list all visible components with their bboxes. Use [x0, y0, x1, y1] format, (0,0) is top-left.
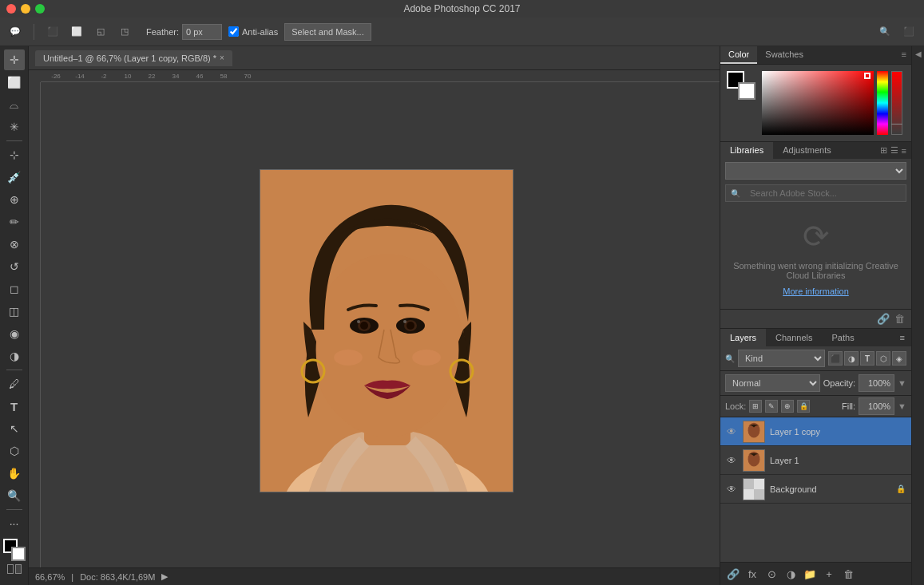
tab-channels[interactable]: Channels: [766, 329, 822, 346]
tab-libraries[interactable]: Libraries: [720, 142, 773, 159]
layer-visibility-toggle[interactable]: 👁: [725, 454, 738, 467]
path-select-tool[interactable]: ↖: [4, 418, 25, 439]
background-color-swatch[interactable]: [738, 82, 755, 100]
color-panel-menu[interactable]: ≡: [897, 46, 911, 64]
tab-adjustments[interactable]: Adjustments: [773, 142, 841, 159]
collapse-arrow[interactable]: ◀: [914, 49, 922, 58]
lock-artboard-icon[interactable]: ⊕: [781, 400, 794, 413]
minimize-button[interactable]: [21, 4, 30, 14]
lock-pixels-icon[interactable]: ⊞: [749, 400, 762, 413]
fg-bg-colors: [727, 71, 755, 100]
fill-input[interactable]: [859, 397, 894, 415]
layer-item[interactable]: 👁 Layer 1 copy: [720, 417, 911, 446]
gradient-tool[interactable]: ◫: [4, 301, 25, 322]
opacity-input[interactable]: [859, 374, 894, 392]
anti-alias-checkbox[interactable]: [228, 26, 239, 37]
tab-color[interactable]: Color: [720, 46, 757, 64]
hand-tool[interactable]: ✋: [4, 463, 25, 484]
tab-close-button[interactable]: ×: [220, 53, 224, 62]
layers-panel-menu-icon[interactable]: ≡: [894, 333, 911, 342]
tool-icon-3[interactable]: ◱: [92, 23, 109, 41]
adjustment-filter-icon[interactable]: ◑: [844, 351, 859, 366]
eraser-tool[interactable]: ◻: [4, 279, 25, 299]
opacity-arrow[interactable]: ▼: [898, 378, 906, 388]
tool-icon-2[interactable]: ⬜: [68, 23, 85, 41]
tab-bar: Untitled–1 @ 66,7% (Layer 1 copy, RGB/8)…: [29, 46, 720, 70]
type-tool[interactable]: T: [4, 396, 25, 417]
history-brush[interactable]: ↺: [4, 256, 25, 277]
select-mask-button[interactable]: Select and Mask...: [284, 23, 371, 41]
layers-list: 👁 Layer 1 copy 👁: [720, 417, 911, 562]
lib-delete-icon[interactable]: 🗑: [894, 313, 905, 325]
smart-filter-icon[interactable]: ◈: [892, 351, 906, 366]
layer-visibility-toggle[interactable]: 👁: [725, 425, 738, 438]
message-icon[interactable]: 💬: [6, 23, 24, 41]
move-tool[interactable]: ✛: [4, 49, 25, 70]
lib-search-input[interactable]: [744, 184, 901, 202]
more-tools[interactable]: ···: [4, 513, 25, 534]
lib-dropdown-select[interactable]: [725, 162, 906, 180]
new-group-button[interactable]: 📁: [802, 566, 818, 582]
hue-slider[interactable]: [877, 71, 888, 135]
stamp-tool[interactable]: ⊗: [4, 234, 25, 255]
tab-layers[interactable]: Layers: [720, 329, 766, 346]
crop-tool[interactable]: ⊹: [4, 144, 25, 165]
workspace-icon[interactable]: ⬛: [900, 23, 918, 41]
blend-mode-select[interactable]: Normal: [725, 374, 820, 392]
new-layer-button[interactable]: +: [821, 566, 837, 582]
document-canvas[interactable]: [260, 169, 514, 492]
feather-input[interactable]: [182, 24, 222, 40]
shape-filter-icon[interactable]: ⬡: [876, 351, 890, 366]
link-layers-button[interactable]: 🔗: [725, 566, 741, 582]
shape-tool[interactable]: ⬡: [4, 441, 25, 461]
lib-list-view[interactable]: ☰: [890, 145, 898, 156]
alpha-slider[interactable]: [891, 71, 902, 135]
color-picker[interactable]: [3, 539, 26, 561]
close-button[interactable]: [6, 4, 16, 14]
layer-item[interactable]: 👁 Background 🔒: [720, 475, 911, 504]
lib-link-icon[interactable]: 🔗: [877, 313, 890, 325]
magic-wand-tool[interactable]: ✳: [4, 117, 25, 137]
lib-menu[interactable]: ≡: [902, 146, 906, 156]
eyedropper-tool[interactable]: 💉: [4, 167, 25, 188]
zoom-tool[interactable]: 🔍: [4, 485, 25, 506]
lib-grid-view[interactable]: ⊞: [880, 145, 887, 156]
tab-swatches[interactable]: Swatches: [757, 46, 811, 64]
brush-tool[interactable]: ✏: [4, 211, 25, 232]
maximize-button[interactable]: [35, 4, 45, 14]
add-mask-button[interactable]: ⊙: [763, 566, 779, 582]
document-tab[interactable]: Untitled–1 @ 66,7% (Layer 1 copy, RGB/8)…: [35, 50, 232, 66]
tool-icon-1[interactable]: ⬛: [44, 23, 61, 41]
dodge-tool[interactable]: ◑: [4, 346, 25, 366]
background-color[interactable]: [11, 547, 26, 561]
canvas-container[interactable]: -26 -14 -2 10 22 34 46 58 70: [29, 70, 720, 567]
layer-visibility-toggle[interactable]: 👁: [725, 483, 738, 496]
search-icon[interactable]: 🔍: [876, 23, 894, 41]
lock-position-icon[interactable]: ✎: [765, 400, 778, 413]
app-title: Adobe Photoshop CC 2017: [403, 3, 520, 14]
lock-all-icon[interactable]: 🔒: [797, 400, 810, 413]
more-info-link[interactable]: More information: [783, 287, 849, 296]
divider: [34, 24, 34, 40]
left-toolbar: ✛ ⬜ ⌓ ✳ ⊹ 💉 ⊕ ✏ ⊗ ↺ ◻ ◫ ◉ ◑ 🖊 T ↖ ⬡ ✋ 🔍 …: [0, 46, 29, 585]
blur-tool[interactable]: ◉: [4, 323, 25, 344]
pixel-filter-icon[interactable]: ⬛: [828, 351, 843, 366]
quick-mask-icons: [7, 564, 22, 575]
lasso-tool[interactable]: ⌓: [4, 94, 25, 115]
add-style-button[interactable]: fx: [744, 566, 760, 582]
layers-kind-select[interactable]: Kind: [738, 350, 825, 367]
fill-arrow[interactable]: ▼: [898, 401, 906, 411]
tab-paths[interactable]: Paths: [823, 329, 864, 346]
delete-layer-button[interactable]: 🗑: [840, 566, 856, 582]
marquee-tool[interactable]: ⬜: [4, 72, 25, 93]
healing-brush[interactable]: ⊕: [4, 189, 25, 210]
tool-icon-4[interactable]: ◳: [116, 23, 133, 41]
new-adjustment-button[interactable]: ◑: [783, 566, 799, 582]
pen-tool[interactable]: 🖊: [4, 374, 25, 394]
quick-mask-off[interactable]: [7, 564, 14, 574]
color-gradient[interactable]: [762, 71, 874, 135]
quick-mask-on[interactable]: [15, 564, 22, 574]
type-filter-icon[interactable]: T: [860, 351, 874, 366]
layer-item[interactable]: 👁 Layer 1: [720, 446, 911, 475]
status-arrow[interactable]: ▶: [161, 571, 168, 582]
